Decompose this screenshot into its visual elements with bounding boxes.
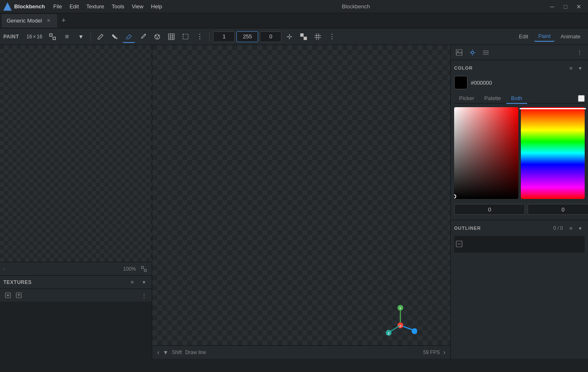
titlebar: Blockbench File Edit Texture Tools View …: [0, 0, 588, 13]
svg-rect-6: [168, 34, 174, 40]
sun-view-button[interactable]: [467, 47, 478, 58]
hue-indicator: [520, 108, 586, 110]
value1-input[interactable]: 1: [213, 31, 235, 42]
uv-fit-icon[interactable]: [139, 264, 148, 274]
close-button[interactable]: ✕: [573, 2, 585, 12]
svg-rect-11: [183, 34, 188, 39]
window-controls: ─ □ ✕: [546, 2, 585, 12]
right-panel: ⋮ COLOR ≡ ▾ #000000 Picker Palette Both: [450, 45, 588, 359]
menu-help[interactable]: Help: [148, 2, 166, 11]
new-tab-button[interactable]: +: [58, 15, 70, 27]
textures-menu-icon[interactable]: ≡: [128, 278, 137, 287]
svg-rect-13: [304, 37, 307, 40]
svg-rect-1: [53, 37, 55, 40]
left-panel: - 100% TEXTURES ≡ ▾ ⋮: [0, 45, 152, 359]
import-texture-button[interactable]: [14, 291, 23, 300]
outliner-section: OUTLINER 0 / 0 ≡ ▾: [451, 220, 588, 359]
draw-line-label: Draw line: [185, 349, 206, 355]
svg-rect-18: [141, 266, 143, 269]
outliner-body: [454, 236, 585, 253]
section-label: PAINT: [3, 34, 19, 40]
outliner-header: OUTLINER 0 / 0 ≡ ▾: [454, 224, 585, 233]
color-tab-extra-button[interactable]: [578, 95, 585, 102]
menu-icon[interactable]: ≡: [60, 30, 73, 43]
next-arrow[interactable]: ›: [443, 349, 445, 356]
menu-view[interactable]: View: [128, 2, 147, 11]
window-title: Blockbench: [166, 3, 546, 10]
outliner-chevron-icon[interactable]: ▾: [575, 224, 585, 233]
tab-generic-model[interactable]: Generic Model ✕: [2, 14, 57, 28]
green-input[interactable]: 0: [528, 204, 588, 215]
color-tab-both[interactable]: Both: [506, 93, 528, 104]
color-chevron-icon[interactable]: ▾: [575, 63, 585, 73]
edit-mode-button[interactable]: Edit: [515, 32, 532, 41]
value2-input[interactable]: 255: [236, 31, 258, 42]
menu-file[interactable]: File: [50, 2, 65, 11]
menu-tools[interactable]: Tools: [108, 2, 128, 11]
eraser-tool-button[interactable]: [123, 30, 135, 43]
svg-rect-12: [300, 33, 304, 37]
maximize-button[interactable]: □: [560, 2, 571, 12]
checkerboard-icon[interactable]: [297, 30, 310, 43]
textures-header: TEXTURES ≡ ▾: [0, 276, 152, 289]
app-logo: [3, 3, 12, 11]
textures-title: TEXTURES: [3, 279, 125, 285]
color-tab-palette[interactable]: Palette: [479, 93, 506, 104]
outliner-menu-icon[interactable]: ≡: [566, 224, 575, 233]
center-canvas[interactable]: Y X Z ‹ ▼ Shift Draw line 59 FPS ›: [152, 45, 450, 359]
textures-toolbar: ⋮: [0, 289, 152, 302]
uv-label: -: [3, 266, 5, 272]
main-toolbar: PAINT 16 × 16 ≡ ▾ ⋮ 1 255 0: [0, 28, 588, 45]
menu-bar: File Edit Texture Tools View Help: [50, 2, 166, 11]
down-arrow-icon: ▼: [163, 349, 168, 356]
add-texture-button[interactable]: [3, 291, 13, 300]
panel-more-icon[interactable]: ⋮: [574, 47, 585, 58]
expand-icon[interactable]: [46, 30, 59, 43]
prev-arrow[interactable]: ‹: [157, 349, 159, 356]
textures-chevron-icon[interactable]: ▾: [139, 278, 148, 287]
right-panel-toolbar: ⋮: [451, 45, 588, 60]
main-layout: - 100% TEXTURES ≡ ▾ ⋮: [0, 45, 588, 359]
paint-mode-button[interactable]: Paint: [534, 31, 555, 42]
color-tab-picker[interactable]: Picker: [454, 93, 479, 104]
color-tabs: Picker Palette Both: [454, 93, 585, 104]
grid-tool-button[interactable]: [165, 30, 178, 43]
fill-tool-button[interactable]: [108, 30, 121, 43]
textures-more-icon[interactable]: ⋮: [139, 291, 148, 300]
size-h: 16: [37, 34, 42, 40]
svg-text:Y: Y: [399, 307, 402, 310]
list-view-button[interactable]: [480, 47, 492, 58]
svg-point-29: [412, 328, 417, 334]
chevron-down-icon[interactable]: ▾: [75, 30, 87, 43]
tab-label: Generic Model: [7, 18, 42, 24]
tab-close-icon[interactable]: ✕: [45, 18, 52, 24]
more-options-button[interactable]: ⋮: [193, 30, 206, 43]
grid2-icon[interactable]: [312, 30, 324, 43]
outliner-item-icon: [456, 241, 462, 249]
color-title: COLOR: [454, 65, 566, 70]
tab-bar: Generic Model ✕ +: [0, 13, 588, 28]
minimize-button[interactable]: ─: [546, 2, 558, 12]
value3-input[interactable]: 0: [260, 31, 281, 42]
menu-texture[interactable]: Texture: [83, 2, 108, 11]
dropper-tool-button[interactable]: [137, 30, 149, 43]
image-view-button[interactable]: [453, 47, 465, 58]
color-swatch[interactable]: [454, 76, 467, 89]
hue-slider[interactable]: [521, 107, 585, 199]
color-select-button[interactable]: [151, 30, 163, 43]
color-picker-area[interactable]: [454, 107, 518, 199]
color-hex-value: #000000: [471, 80, 492, 86]
animate-mode-button[interactable]: Animate: [556, 32, 585, 41]
color-menu-icon[interactable]: ≡: [566, 63, 575, 73]
axis-widget: Y X Z: [384, 304, 417, 338]
resize-icon[interactable]: [283, 30, 296, 43]
selection-tool-button[interactable]: [179, 30, 192, 43]
uv-canvas[interactable]: [0, 45, 152, 262]
menu-edit[interactable]: Edit: [66, 2, 82, 11]
color-swatch-row: #000000: [454, 76, 585, 89]
uv-zoom-level: 100%: [123, 266, 136, 272]
size-sep: ×: [33, 34, 36, 40]
brush-tool-button[interactable]: [94, 30, 107, 43]
more-options2-button[interactable]: ⋮: [326, 30, 338, 43]
red-input[interactable]: 0: [454, 204, 525, 215]
